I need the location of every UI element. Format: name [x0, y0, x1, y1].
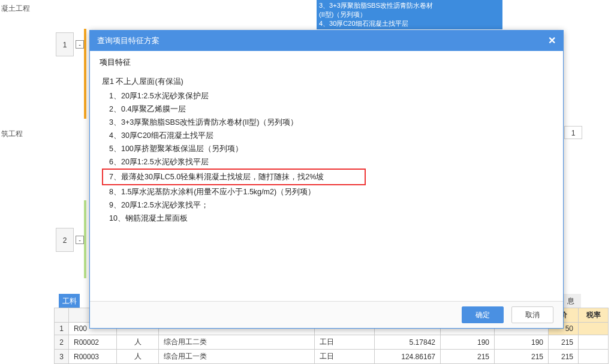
row-number-2: 2 — [56, 228, 74, 252]
dialog-body: 屋1 不上人屋面(有保温) 1、20厚1:2.5水泥砂浆保护层 2、0.4厚聚乙… — [90, 71, 563, 301]
sidebar-item-build[interactable]: 筑工程 — [0, 125, 54, 143]
feature-header: 屋1 不上人屋面(有保温) — [102, 75, 551, 88]
feature-item: 5、100厚挤塑聚苯板保温层（另列项） — [102, 142, 551, 155]
hl-line-2: (II型)（另列项） — [319, 11, 366, 18]
right-cell: 1 — [564, 126, 582, 139]
dialog-footer: 确定 取消 — [90, 301, 563, 328]
close-icon[interactable]: ✕ — [548, 31, 556, 51]
table-row[interactable]: 3 R00003 人 综合用工一类 工日 124.86167 215 215 2… — [55, 350, 609, 364]
row-number-1: 1 — [56, 32, 74, 56]
tab-material[interactable]: 工料 — [59, 294, 80, 308]
green-marker — [84, 200, 86, 278]
feature-item: 1、20厚1:2.5水泥砂浆保护层 — [102, 89, 551, 103]
dialog-subtitle: 项目特征 — [90, 51, 563, 71]
dialog-titlebar[interactable]: 查询项目特征方案 ✕ — [90, 31, 563, 51]
sidebar-item-concrete[interactable]: 凝土工程 — [0, 0, 54, 17]
ok-button[interactable]: 确定 — [462, 306, 504, 323]
col-rownum — [55, 308, 69, 323]
hl-line-1: 3、3+3厚聚胎脂SBS改性沥青防水卷材 — [319, 2, 433, 9]
feature-item: 6、20厚1:2.5水泥砂浆找平层 — [102, 155, 551, 169]
feature-item-highlighted: 7、最薄处30厚LC5.0轻集料混凝土找坡层，随打随抹，找2%坡 — [102, 169, 366, 185]
feature-dialog: 查询项目特征方案 ✕ 项目特征 屋1 不上人屋面(有保温) 1、20厚1:2.5… — [89, 30, 564, 329]
feature-item: 10、钢筋混凝土屋面板 — [102, 212, 551, 225]
feature-item: 4、30厚C20细石混凝土找平层 — [102, 129, 551, 142]
feature-item: 3、3+3厚聚胎脂SBS改性沥青防水卷材(II型)（另列项） — [102, 116, 551, 129]
table-row[interactable]: 2 R00002 人 综合用工二类 工日 5.17842 190 190 215 — [55, 335, 609, 350]
col-rate[interactable]: 税率 — [579, 308, 609, 323]
expand-toggle-2[interactable]: - — [76, 236, 84, 244]
selected-row-text[interactable]: 3、3+3厚聚胎脂SBS改性沥青防水卷材 (II型)（另列项） 4、30厚C20… — [317, 0, 502, 29]
orange-marker — [84, 29, 86, 119]
cancel-button[interactable]: 取消 — [511, 306, 553, 323]
dialog-title-text: 查询项目特征方案 — [97, 31, 159, 51]
expand-toggle-1[interactable]: - — [76, 40, 84, 49]
feature-item: 2、0.4厚聚乙烯膜一层 — [102, 103, 551, 116]
feature-item: 9、20厚1:2.5水泥砂浆找平； — [102, 198, 551, 212]
hl-line-3: 4、30厚C20细石混凝土找平层 — [319, 20, 408, 27]
feature-item: 8、1.5厚水泥基防水涂料(用量不应小于1.5kg/m2)（另列项） — [102, 185, 551, 198]
sidebar: 凝土工程 筑工程 — [0, 0, 54, 364]
